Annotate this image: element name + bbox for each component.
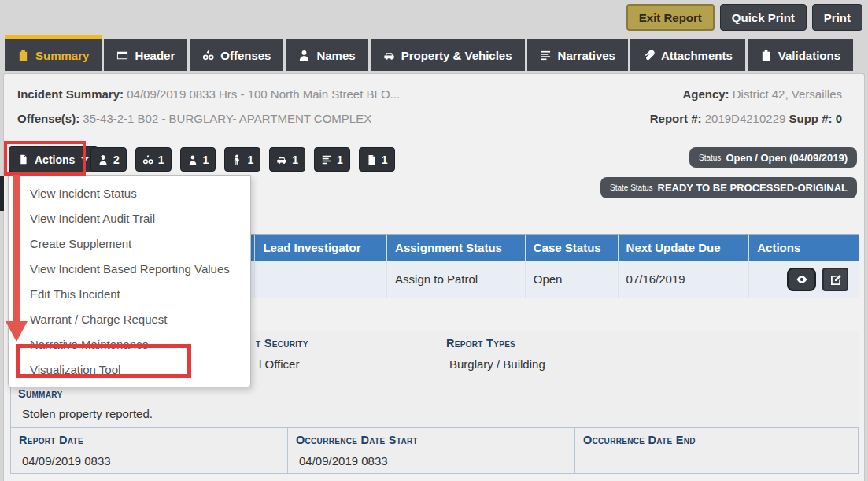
tab-property-vehicles[interactable]: Property & Vehicles	[371, 39, 525, 71]
menu-item-view-incident-status[interactable]: View Incident Status	[9, 181, 250, 206]
quick-print-button[interactable]: Quick Print	[720, 4, 807, 31]
report-date-value: 04/09/2019 0833	[19, 454, 287, 468]
offenses-value: 35-43-2-1 B02 - BURGLARY- APARTMENT COMP…	[79, 112, 371, 125]
print-button[interactable]: Print	[812, 4, 862, 31]
report-tabs: Summary Header Offenses Names Property &…	[5, 39, 853, 71]
narratives-count-button[interactable]: 1	[314, 147, 350, 172]
tab-validations[interactable]: Validations	[748, 39, 853, 71]
column-header-actions: Actions	[748, 235, 859, 261]
text-lines-icon	[540, 50, 552, 61]
person-icon	[298, 50, 310, 61]
tab-label: Narratives	[558, 49, 615, 62]
occurrence-date-end-field: Occurrence Date End	[574, 427, 859, 474]
column-header-case-status: Case Status	[525, 235, 618, 261]
edit-row-button[interactable]	[822, 268, 848, 291]
entity-count-buttons: 2 1 1 1 1 1 1	[90, 147, 395, 172]
cell-case-status: Open	[525, 261, 618, 298]
menu-item-visualization-tool[interactable]: Visualization Tool	[9, 357, 250, 383]
report-types-field: Report Types Burglary / Building	[438, 331, 859, 383]
status-badge-value: Open / Open (04/09/2019)	[726, 152, 848, 164]
count-value: 1	[158, 154, 164, 166]
actions-dropdown-button[interactable]: Actions	[9, 146, 98, 172]
agency-value: District 42, Versailles	[729, 87, 842, 101]
offenses-line: Offense(s): 35-43-2-1 B02 - BURGLARY- AP…	[17, 112, 371, 125]
view-row-button[interactable]	[787, 268, 816, 291]
cell-lead-investigator	[254, 261, 386, 298]
tab-label: Validations	[778, 49, 840, 62]
edit-icon	[829, 273, 842, 286]
summary-panel: Incident Summary: 04/09/2019 0833 Hrs - …	[3, 73, 865, 481]
handcuffs-icon	[142, 154, 153, 165]
menu-item-view-incident-audit-trail[interactable]: View Incident Audit Trail	[9, 206, 250, 231]
text-lines-icon	[321, 154, 332, 165]
tab-attachments[interactable]: Attachments	[630, 39, 745, 71]
bust-person-icon	[187, 154, 198, 165]
supp-number-value: 0	[832, 112, 842, 125]
window-icon	[116, 50, 128, 61]
tab-label: Attachments	[661, 49, 733, 62]
menu-item-narrative-maintenance[interactable]: Narrative Maintenance	[9, 332, 250, 357]
status-badge-label: Status	[699, 154, 721, 162]
tab-narratives[interactable]: Narratives	[527, 39, 628, 71]
report-number-label: Report #:	[650, 112, 702, 125]
clipboard-check-icon	[760, 50, 772, 61]
occurrence-date-end-label: Occurrence Date End	[583, 434, 858, 446]
status-badge: Status Open / Open (04/09/2019)	[689, 147, 857, 168]
documents-count-button[interactable]: 1	[359, 147, 395, 172]
menu-item-warrant-charge-request[interactable]: Warrant / Charge Request	[9, 307, 250, 332]
eye-icon	[796, 273, 808, 286]
incident-security-value: l Officer	[256, 357, 438, 371]
column-header-assignment-status: Assignment Status	[386, 235, 525, 261]
paperclip-icon	[643, 50, 655, 61]
vehicle-icon	[383, 50, 395, 61]
menu-item-view-ibr-values[interactable]: View Incident Based Reporting Values	[9, 257, 250, 282]
tab-label: Summary	[35, 49, 89, 62]
dates-section: Report Date 04/09/2019 0833 Occurrence D…	[10, 427, 859, 474]
column-header-lead-investigator: Lead Investigator	[254, 235, 386, 261]
menu-item-create-supplement[interactable]: Create Supplement	[9, 231, 250, 257]
actions-dropdown-menu: View Incident Status View Incident Audit…	[8, 175, 251, 387]
officer-icon	[98, 154, 109, 165]
incident-summary-label: Incident Summary:	[17, 87, 124, 101]
report-types-label: Report Types	[446, 337, 859, 350]
tab-summary[interactable]: Summary	[5, 35, 102, 71]
document-icon	[366, 154, 377, 165]
column-header-next-update-due: Next Update Due	[618, 235, 749, 261]
tab-names[interactable]: Names	[286, 39, 368, 71]
offenses-count-button[interactable]: 1	[135, 147, 172, 172]
incident-summary-value: 04/09/2019 0833 Hrs - 100 North Main Str…	[124, 87, 400, 101]
incident-summary-line: Incident Summary: 04/09/2019 0833 Hrs - …	[17, 87, 400, 101]
property-count-button[interactable]: 1	[269, 147, 305, 172]
occurrence-date-start-value: 04/09/2019 0833	[296, 454, 574, 468]
state-status-badge: State Status READY TO BE PROCESSED-ORIGI…	[600, 177, 857, 198]
file-icon	[18, 154, 28, 165]
handcuffs-icon	[202, 50, 214, 61]
partially-hidden-element	[0, 176, 4, 211]
tab-label: Header	[135, 49, 175, 62]
standing-person-icon	[231, 154, 242, 165]
count-value: 1	[337, 154, 343, 166]
agency-label: Agency:	[682, 87, 729, 101]
offenses-label: Offense(s):	[17, 112, 79, 125]
cell-actions	[748, 261, 859, 298]
occurrence-date-start-field: Occurrence Date Start 04/09/2019 0833	[287, 427, 575, 474]
exit-report-button[interactable]: Exit Report	[626, 4, 715, 31]
officers-count-button[interactable]: 2	[90, 147, 127, 172]
agency-line: Agency: District 42, Versailles	[682, 87, 842, 101]
report-number-line: Report #: 2019D4210229 Supp #: 0	[650, 112, 842, 125]
count-value: 1	[203, 154, 209, 166]
menu-item-edit-this-incident[interactable]: Edit This Incident	[9, 282, 250, 307]
tab-offenses[interactable]: Offenses	[190, 39, 283, 71]
subjects-count-button[interactable]: 1	[224, 147, 260, 172]
report-date-field: Report Date 04/09/2019 0833	[10, 427, 288, 474]
report-number-value: 2019D4210229	[702, 112, 789, 125]
supp-number-label: Supp #:	[789, 112, 832, 125]
state-status-badge-label: State Status	[610, 183, 652, 192]
persons-count-button[interactable]: 1	[180, 147, 216, 172]
report-types-value: Burglary / Building	[446, 357, 859, 371]
tab-label: Property & Vehicles	[401, 49, 512, 62]
count-value: 1	[382, 154, 388, 166]
cell-assignment-status: Assign to Patrol	[386, 261, 525, 298]
tab-header[interactable]: Header	[104, 39, 187, 71]
clipboard-icon	[17, 50, 29, 61]
